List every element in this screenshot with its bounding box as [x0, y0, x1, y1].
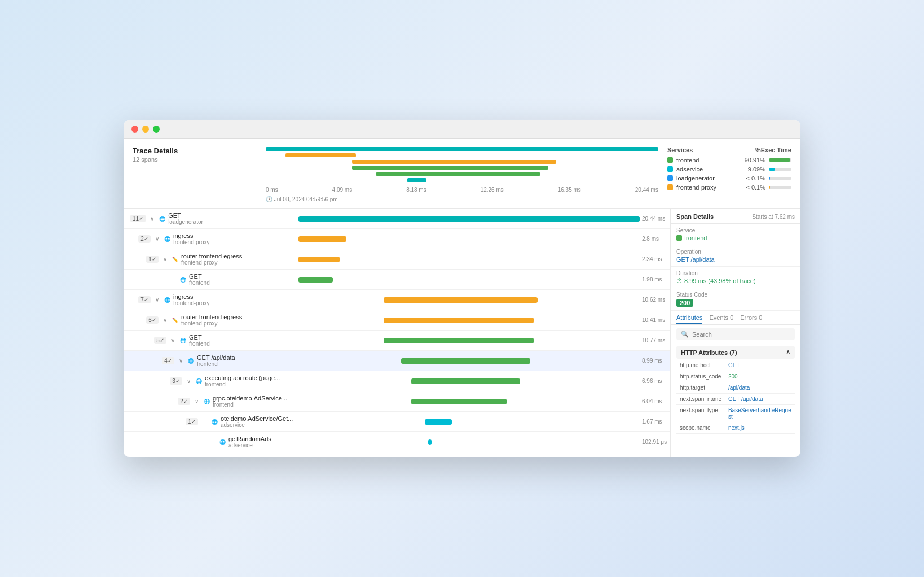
attr-key: next.span_name [676, 394, 725, 405]
span-service: frontend [189, 341, 210, 347]
exec-time-header: %Exec Time [755, 147, 791, 153]
span-row[interactable]: 🌐 getRandomAds adservice 102.91 μs [124, 432, 670, 452]
trace-summary: Trace Details 12 spans 0 ms 4.09 ms 8.18… [124, 139, 800, 209]
chevron-icon: ∨ [169, 337, 177, 343]
span-row[interactable]: 1✓ 🌐 oteldemo.AdService/Get... adservice… [124, 412, 670, 432]
service-color-dot [676, 235, 682, 241]
span-timeline: 2.34 ms [298, 249, 670, 270]
span-type-icon: 🌐 [210, 418, 218, 426]
service-row: adservice 9.09% [667, 166, 791, 173]
span-count: 11✓ [130, 215, 146, 222]
trace-overview-bars [266, 147, 658, 182]
span-service: frontend-proxy [181, 259, 242, 266]
span-bar [428, 439, 432, 445]
span-duration: 1.98 ms [642, 276, 670, 283]
chevron-icon: ∨ [148, 215, 156, 222]
span-row[interactable]: 4✓ ∨ 🌐 GET /api/data frontend 8.99 ms [124, 351, 670, 371]
span-name: router frontend egress [181, 253, 242, 259]
span-row[interactable]: 3✓ ∨ 🌐 executing api route (page... fron… [124, 371, 670, 391]
search-box[interactable]: 🔍 [676, 328, 795, 340]
service-pct: 9.09% [742, 166, 765, 173]
span-name: ingress [173, 293, 209, 300]
operation-label: Operation [676, 249, 795, 255]
span-timeline: 6.96 ms [298, 371, 670, 391]
service-label: Service [676, 227, 795, 234]
attr-key: http.method [676, 360, 725, 371]
span-row[interactable]: 2✓ ∨ 🌐 grpc.oteldemo.AdService... fronte… [124, 391, 670, 412]
span-count: 1✓ [186, 418, 198, 425]
span-row[interactable]: 7✓ ∨ 🌐 ingress frontend-proxy 10.62 ms [124, 290, 670, 310]
details-tab[interactable]: Errors 0 [740, 314, 762, 324]
span-type-icon: 🌐 [203, 398, 210, 406]
span-duration: 2.8 ms [642, 236, 670, 242]
span-type-icon: 🌐 [179, 337, 187, 345]
span-name: GET [189, 273, 210, 280]
span-bar-container [298, 256, 640, 263]
status-badge: 200 [676, 299, 693, 307]
span-row[interactable]: 11✓ ∨ 🌐 GET loadgenerator 20.44 ms [124, 209, 670, 229]
span-starts-at: Starts at 7.62 ms [752, 214, 795, 220]
service-bar [769, 186, 791, 189]
span-timeline: 6.04 ms [298, 391, 670, 412]
details-tab[interactable]: Events 0 [709, 314, 733, 324]
browser-window: Trace Details 12 spans 0 ms 4.09 ms 8.18… [124, 120, 800, 457]
maximize-button[interactable] [153, 126, 160, 133]
span-details-header: Span Details Starts at 7.62 ms [671, 209, 800, 224]
details-panel: Span Details Starts at 7.62 ms Service f… [671, 209, 800, 457]
duration-value: ⏱ 8.99 ms (43.98% of trace) [676, 278, 795, 284]
span-name: GET /api/data [197, 354, 235, 361]
span-info: ingress frontend-proxy [173, 293, 209, 306]
duration-section: Duration ⏱ 8.99 ms (43.98% of trace) [671, 267, 800, 288]
service-name: frontend-proxy [676, 184, 738, 191]
span-row[interactable]: 6✓ ∨ ✏️ router frontend egress frontend-… [124, 310, 670, 331]
span-name: oteldemo.AdService/Get... [221, 415, 293, 422]
span-type-icon: ✏️ [171, 256, 179, 263]
span-service: loadgenerator [168, 219, 203, 225]
span-duration: 2.34 ms [642, 256, 670, 262]
span-timeline: 10.62 ms [298, 290, 670, 310]
span-row[interactable]: 1✓ ∨ ✏️ router frontend egress frontend-… [124, 249, 670, 270]
service-name: frontend [676, 157, 738, 164]
span-row[interactable]: 🌐 GET frontend 1.98 ms [124, 270, 670, 290]
span-duration: 6.04 ms [642, 398, 670, 404]
service-row: frontend 90.91% [667, 157, 791, 164]
attributes-header[interactable]: HTTP Attributes (7) ∧ [676, 346, 795, 359]
operation-section: Operation GET /api/data [671, 245, 800, 267]
service-dot [667, 184, 673, 190]
close-button[interactable] [131, 126, 138, 133]
details-tabs: AttributesEvents 0Errors 0 [671, 311, 800, 325]
span-duration: 102.91 μs [642, 439, 670, 445]
span-info: router frontend egress frontend-proxy [181, 314, 242, 327]
operation-value: GET /api/data [676, 256, 795, 263]
service-row: loadgenerator < 0.1% [667, 175, 791, 182]
span-bar-container [298, 419, 640, 425]
span-row[interactable]: 5✓ ∨ 🌐 GET frontend 10.77 ms [124, 331, 670, 351]
chevron-icon: ∨ [192, 398, 200, 404]
span-details-title: Span Details [676, 213, 714, 220]
span-count: 6✓ [146, 316, 159, 324]
service-bar [769, 158, 791, 162]
span-info: GET loadgenerator [168, 212, 203, 225]
minimize-button[interactable] [142, 126, 149, 133]
chevron-icon: ∨ [184, 378, 192, 384]
span-bar-container [298, 337, 640, 344]
span-count: 1✓ [146, 256, 159, 263]
span-row[interactable]: 2✓ ∨ 🌐 ingress frontend-proxy 2.8 ms [124, 229, 670, 249]
attributes-table: http.method GET http.status_code 200 htt… [676, 360, 795, 434]
span-info: executing api route (page... frontend [205, 375, 280, 387]
span-name: GET [189, 334, 210, 341]
attr-row: next.span_type BaseServerhandleRequest [676, 405, 795, 422]
search-icon: 🔍 [681, 331, 689, 338]
span-left: 6✓ ∨ ✏️ router frontend egress frontend-… [124, 314, 298, 327]
attr-key: http.status_code [676, 371, 725, 382]
spans-area[interactable]: 11✓ ∨ 🌐 GET loadgenerator 20.44 ms 2✓ ∨ … [124, 209, 671, 457]
span-left: 1✓ 🌐 oteldemo.AdService/Get... adservice [124, 415, 298, 428]
span-duration: 10.62 ms [642, 297, 670, 303]
span-bar-container [298, 215, 640, 222]
span-timeline: 10.77 ms [298, 331, 670, 351]
span-service: frontend [197, 361, 235, 367]
search-input[interactable] [692, 331, 790, 338]
span-bar [298, 216, 640, 222]
duration-label: Duration [676, 270, 795, 276]
details-tab[interactable]: Attributes [676, 314, 702, 324]
